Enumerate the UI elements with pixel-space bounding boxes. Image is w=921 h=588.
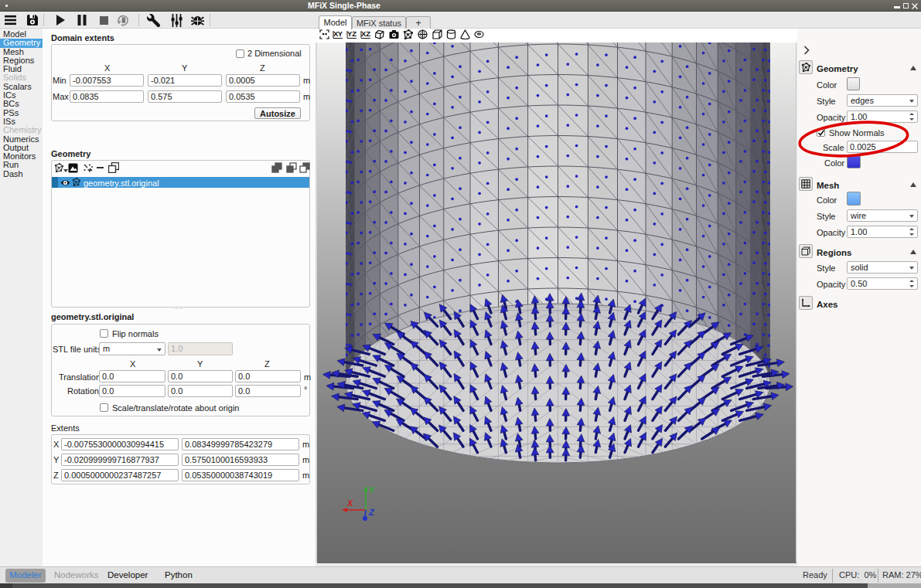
svg-text:XZ: XZ <box>361 29 370 38</box>
svg-text:YZ: YZ <box>347 29 356 38</box>
svg-text:XY: XY <box>333 29 343 38</box>
svg-text:X: X <box>346 498 353 508</box>
svg-text:Z: Z <box>368 508 375 517</box>
